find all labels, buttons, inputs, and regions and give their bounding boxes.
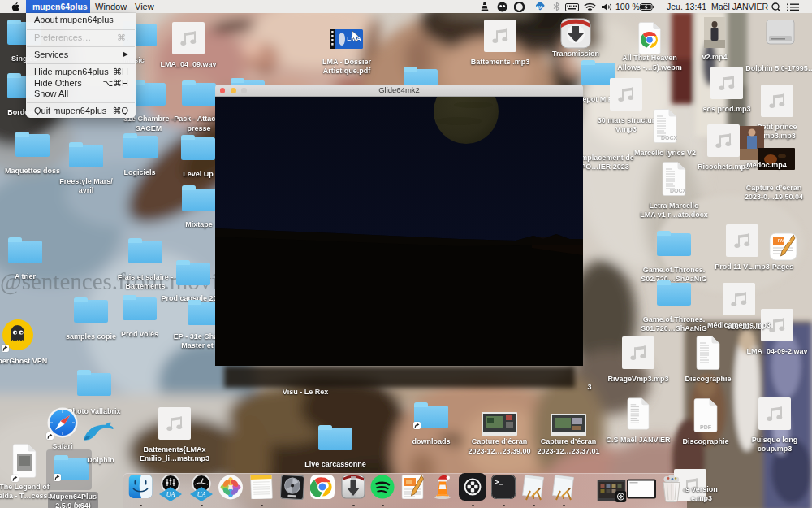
svg-text:DOCX: DOCX: [670, 188, 686, 193]
svg-text:PAGES: PAGES: [778, 239, 790, 243]
svg-text:UA: UA: [166, 491, 175, 498]
svg-text:UA: UA: [537, 4, 543, 9]
svg-text:PDF: PDF: [700, 424, 712, 430]
svg-text:UA: UA: [197, 491, 206, 498]
svg-text:DOCX: DOCX: [661, 135, 677, 141]
svg-text:>_: >_: [495, 479, 503, 487]
